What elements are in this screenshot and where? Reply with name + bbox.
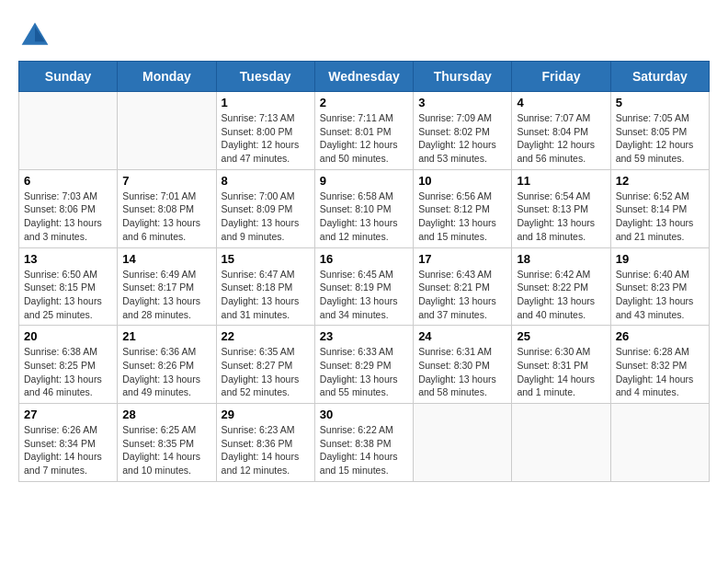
calendar-cell: 24Sunrise: 6:31 AMSunset: 8:30 PMDayligh…: [414, 326, 512, 404]
calendar-cell: [414, 404, 512, 482]
calendar-cell: 17Sunrise: 6:43 AMSunset: 8:21 PMDayligh…: [414, 247, 512, 326]
day-number: 21: [122, 329, 210, 343]
day-number: 2: [320, 96, 408, 109]
weekday-header-thursday: Thursday: [414, 62, 512, 92]
calendar-cell: 1Sunrise: 7:13 AMSunset: 8:00 PMDaylight…: [216, 92, 314, 170]
day-info: Sunrise: 6:49 AMSunset: 8:17 PMDaylight:…: [122, 268, 210, 322]
day-info: Sunrise: 6:30 AMSunset: 8:31 PMDaylight:…: [517, 345, 605, 399]
calendar-cell: 30Sunrise: 6:22 AMSunset: 8:38 PMDayligh…: [314, 404, 413, 482]
day-number: 19: [616, 252, 704, 266]
day-number: 20: [24, 329, 112, 343]
day-number: 9: [320, 174, 408, 188]
weekday-header-monday: Monday: [118, 62, 216, 92]
calendar-cell: [610, 404, 709, 482]
day-number: 23: [320, 329, 408, 343]
calendar-cell: 13Sunrise: 6:50 AMSunset: 8:15 PMDayligh…: [19, 247, 118, 326]
calendar-cell: 27Sunrise: 6:26 AMSunset: 8:34 PMDayligh…: [19, 404, 118, 482]
day-number: 16: [320, 252, 408, 266]
day-info: Sunrise: 6:40 AMSunset: 8:23 PMDaylight:…: [616, 268, 704, 322]
day-info: Sunrise: 6:28 AMSunset: 8:32 PMDaylight:…: [616, 345, 704, 399]
day-number: 27: [24, 408, 112, 421]
calendar-cell: 23Sunrise: 6:33 AMSunset: 8:29 PMDayligh…: [314, 326, 413, 404]
calendar-cell: 11Sunrise: 6:54 AMSunset: 8:13 PMDayligh…: [512, 169, 610, 247]
weekday-header-wednesday: Wednesday: [314, 62, 413, 92]
day-number: 4: [517, 96, 605, 109]
calendar-cell: 10Sunrise: 6:56 AMSunset: 8:12 PMDayligh…: [414, 169, 512, 247]
calendar-cell: 21Sunrise: 6:36 AMSunset: 8:26 PMDayligh…: [118, 326, 216, 404]
calendar-cell: 29Sunrise: 6:23 AMSunset: 8:36 PMDayligh…: [216, 404, 314, 482]
weekday-header-saturday: Saturday: [610, 62, 709, 92]
calendar-cell: 28Sunrise: 6:25 AMSunset: 8:35 PMDayligh…: [118, 404, 216, 482]
day-number: 13: [24, 252, 112, 266]
day-info: Sunrise: 6:23 AMSunset: 8:36 PMDaylight:…: [222, 423, 310, 477]
week-row-2: 6Sunrise: 7:03 AMSunset: 8:06 PMDaylight…: [19, 169, 710, 247]
day-info: Sunrise: 6:31 AMSunset: 8:30 PMDaylight:…: [418, 345, 506, 399]
day-number: 14: [122, 252, 210, 266]
calendar-cell: [118, 92, 216, 170]
calendar-cell: 3Sunrise: 7:09 AMSunset: 8:02 PMDaylight…: [414, 92, 512, 170]
day-number: 15: [222, 252, 310, 266]
calendar-cell: 15Sunrise: 6:47 AMSunset: 8:18 PMDayligh…: [216, 247, 314, 326]
weekday-header-tuesday: Tuesday: [216, 62, 314, 92]
day-info: Sunrise: 6:33 AMSunset: 8:29 PMDaylight:…: [320, 345, 408, 399]
day-number: 29: [222, 408, 310, 421]
calendar-cell: 7Sunrise: 7:01 AMSunset: 8:08 PMDaylight…: [118, 169, 216, 247]
day-number: 26: [616, 329, 704, 343]
calendar-cell: 19Sunrise: 6:40 AMSunset: 8:23 PMDayligh…: [610, 247, 709, 326]
day-number: 17: [418, 252, 506, 266]
day-info: Sunrise: 6:22 AMSunset: 8:38 PMDaylight:…: [320, 423, 408, 477]
day-number: 18: [517, 252, 605, 266]
day-info: Sunrise: 6:35 AMSunset: 8:27 PMDaylight:…: [222, 345, 310, 399]
calendar-cell: 14Sunrise: 6:49 AMSunset: 8:17 PMDayligh…: [118, 247, 216, 326]
day-number: 28: [122, 408, 210, 421]
calendar-cell: 25Sunrise: 6:30 AMSunset: 8:31 PMDayligh…: [512, 326, 610, 404]
calendar-cell: 2Sunrise: 7:11 AMSunset: 8:01 PMDaylight…: [314, 92, 413, 170]
calendar-cell: 6Sunrise: 7:03 AMSunset: 8:06 PMDaylight…: [19, 169, 118, 247]
week-row-1: 1Sunrise: 7:13 AMSunset: 8:00 PMDaylight…: [19, 92, 710, 170]
calendar-cell: [19, 92, 118, 170]
weekday-header-friday: Friday: [512, 62, 610, 92]
week-row-5: 27Sunrise: 6:26 AMSunset: 8:34 PMDayligh…: [19, 404, 710, 482]
day-info: Sunrise: 6:50 AMSunset: 8:15 PMDaylight:…: [24, 268, 112, 322]
day-info: Sunrise: 6:56 AMSunset: 8:12 PMDaylight:…: [418, 190, 506, 244]
day-number: 8: [222, 174, 310, 188]
day-number: 1: [222, 96, 310, 109]
day-info: Sunrise: 7:01 AMSunset: 8:08 PMDaylight:…: [122, 190, 210, 244]
weekday-header-sunday: Sunday: [19, 62, 118, 92]
calendar-cell: 22Sunrise: 6:35 AMSunset: 8:27 PMDayligh…: [216, 326, 314, 404]
day-info: Sunrise: 6:25 AMSunset: 8:35 PMDaylight:…: [122, 423, 210, 477]
day-info: Sunrise: 7:00 AMSunset: 8:09 PMDaylight:…: [222, 190, 310, 244]
header: [18, 18, 710, 52]
day-info: Sunrise: 6:54 AMSunset: 8:13 PMDaylight:…: [517, 190, 605, 244]
day-number: 7: [122, 174, 210, 188]
calendar-cell: 12Sunrise: 6:52 AMSunset: 8:14 PMDayligh…: [610, 169, 709, 247]
day-info: Sunrise: 6:58 AMSunset: 8:10 PMDaylight:…: [320, 190, 408, 244]
day-info: Sunrise: 7:13 AMSunset: 8:00 PMDaylight:…: [222, 111, 310, 166]
day-number: 6: [24, 174, 112, 188]
day-info: Sunrise: 7:09 AMSunset: 8:02 PMDaylight:…: [418, 111, 506, 166]
calendar-cell: 8Sunrise: 7:00 AMSunset: 8:09 PMDaylight…: [216, 169, 314, 247]
logo-icon: [18, 18, 51, 52]
day-number: 12: [616, 174, 704, 188]
day-number: 24: [418, 329, 506, 343]
week-row-3: 13Sunrise: 6:50 AMSunset: 8:15 PMDayligh…: [19, 247, 710, 326]
day-number: 5: [616, 96, 704, 109]
day-number: 25: [517, 329, 605, 343]
day-number: 10: [418, 174, 506, 188]
day-number: 3: [418, 96, 506, 109]
day-info: Sunrise: 7:07 AMSunset: 8:04 PMDaylight:…: [517, 111, 605, 166]
day-info: Sunrise: 7:03 AMSunset: 8:06 PMDaylight:…: [24, 190, 112, 244]
logo: [18, 18, 55, 52]
day-info: Sunrise: 6:52 AMSunset: 8:14 PMDaylight:…: [616, 190, 704, 244]
day-info: Sunrise: 6:43 AMSunset: 8:21 PMDaylight:…: [418, 268, 506, 322]
day-info: Sunrise: 7:05 AMSunset: 8:05 PMDaylight:…: [616, 111, 704, 166]
day-number: 11: [517, 174, 605, 188]
calendar-cell: 20Sunrise: 6:38 AMSunset: 8:25 PMDayligh…: [19, 326, 118, 404]
day-info: Sunrise: 7:11 AMSunset: 8:01 PMDaylight:…: [320, 111, 408, 166]
calendar-cell: [512, 404, 610, 482]
calendar-cell: 26Sunrise: 6:28 AMSunset: 8:32 PMDayligh…: [610, 326, 709, 404]
day-info: Sunrise: 6:47 AMSunset: 8:18 PMDaylight:…: [222, 268, 310, 322]
day-info: Sunrise: 6:36 AMSunset: 8:26 PMDaylight:…: [122, 345, 210, 399]
day-info: Sunrise: 6:38 AMSunset: 8:25 PMDaylight:…: [24, 345, 112, 399]
weekday-header-row: SundayMondayTuesdayWednesdayThursdayFrid…: [19, 62, 710, 92]
